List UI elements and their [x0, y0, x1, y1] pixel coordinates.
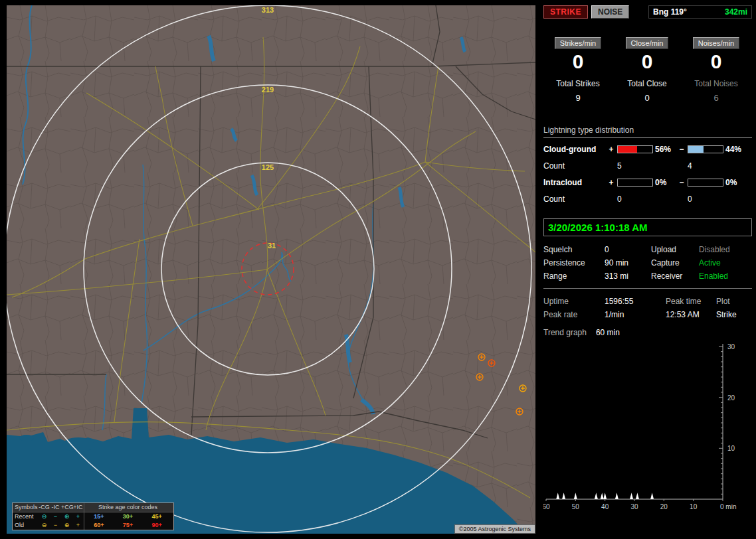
- trend-graph-canvas: 1020306050403020100 min: [543, 341, 749, 510]
- age-code-30: 30+: [123, 512, 133, 521]
- ring-label-31: 31: [268, 242, 276, 250]
- lightning-distribution: Lightning type distribution Cloud-ground…: [543, 125, 752, 208]
- map-legend: Symbols -CG -IC +CG +IC Strike age color…: [12, 502, 174, 530]
- peak-time-label: Peak time: [666, 295, 716, 308]
- svg-text:0 min: 0 min: [720, 503, 736, 510]
- ic-negative-bar: [688, 179, 723, 187]
- capture-status: Active: [699, 256, 751, 270]
- ic-positive-bar: [617, 179, 653, 187]
- strikes-counter: Strikes/min 0 Total Strikes 9: [543, 37, 613, 103]
- age-code-60: 60+: [94, 521, 104, 530]
- clock-readout: 3/20/2026 1:10:18 AM: [543, 218, 752, 236]
- trend-graph: 1020306050403020100 min: [543, 341, 752, 512]
- ring-label-219: 219: [262, 86, 274, 94]
- cg-count-label: Count: [543, 161, 607, 171]
- total-noises-label: Total Noises: [682, 79, 751, 88]
- svg-text:20: 20: [727, 394, 735, 401]
- cg-negative-pct: 44%: [725, 145, 748, 154]
- upload-status: Disabled: [699, 243, 751, 256]
- peak-rate-value: 1/min: [605, 308, 666, 321]
- cloud-ground-row: Cloud-ground + 56% − 44%: [543, 141, 752, 158]
- cg-pos-old-icon: ⊕: [61, 521, 72, 530]
- cg-negative-bar: [688, 145, 723, 153]
- cg-positive-pct: 56%: [655, 145, 678, 154]
- cg-negative-count: 4: [678, 161, 748, 171]
- legend-col-neg-ic: -IC: [50, 503, 61, 512]
- total-strikes-value: 9: [543, 93, 613, 103]
- cg-positive-count: 5: [607, 161, 678, 171]
- ic-negative-pct: 0%: [725, 178, 748, 187]
- svg-text:10: 10: [690, 503, 698, 510]
- legend-col-neg-cg: -CG: [39, 503, 50, 512]
- total-strikes-label: Total Strikes: [543, 79, 613, 88]
- noises-per-min-button[interactable]: Noises/min: [693, 37, 739, 49]
- ic-pos-recent-icon: +: [72, 512, 84, 521]
- plus-sign: +: [607, 145, 615, 154]
- age-code-15: 15+: [94, 512, 104, 521]
- upload-label: Upload: [651, 243, 699, 256]
- ic-positive-pct: 0%: [655, 178, 678, 187]
- settings-table: Squelch 0 Upload Disabled Persistence 90…: [543, 243, 752, 283]
- cg-neg-old-icon: ⊖: [39, 521, 50, 530]
- total-noises-value: 6: [682, 93, 751, 103]
- minus-sign: −: [678, 145, 686, 154]
- legend-col-pos-ic: +IC: [72, 503, 84, 512]
- ic-neg-recent-icon: −: [50, 512, 61, 521]
- intracloud-label: Intracloud: [543, 178, 607, 187]
- legend-recent-label: Recent: [15, 512, 39, 521]
- age-code-90: 90+: [152, 521, 162, 530]
- minus-sign: −: [678, 178, 686, 187]
- bearing-readout: Bng 119° 342mi: [648, 5, 752, 19]
- uptime-stats: Uptime 1596:55 Peak time Plot Peak rate …: [543, 295, 752, 321]
- distribution-header: Lightning type distribution: [543, 125, 752, 138]
- trend-graph-label: Trend graph: [543, 328, 587, 337]
- strikes-rate: 0: [543, 51, 613, 72]
- bearing-range-value: 342mi: [725, 7, 747, 17]
- legend-old-label: Old: [15, 521, 39, 530]
- persistence-value: 90 min: [605, 256, 651, 270]
- cloud-ground-label: Cloud-ground: [543, 145, 607, 154]
- close-rate: 0: [613, 51, 682, 72]
- status-panel: STRIKE NOISE Bng 119° 342mi Strikes/min …: [543, 5, 752, 512]
- ic-positive-count: 0: [607, 194, 678, 204]
- cg-positive-bar: [617, 145, 653, 153]
- total-close-label: Total Close: [613, 79, 682, 88]
- cg-neg-recent-icon: ⊖: [39, 512, 50, 521]
- strikes-per-min-button[interactable]: Strikes/min: [555, 37, 601, 49]
- bearing-value: Bng 119°: [653, 7, 687, 17]
- uptime-value: 1596:55: [605, 295, 666, 308]
- ic-negative-count: 0: [678, 194, 748, 204]
- close-per-min-button[interactable]: Close/min: [626, 37, 669, 49]
- capture-label: Capture: [651, 256, 699, 270]
- noises-counter: Noises/min 0 Total Noises 6: [682, 37, 751, 103]
- plus-sign: +: [607, 178, 615, 187]
- ic-pos-old-icon: +: [72, 521, 84, 530]
- svg-text:60: 60: [543, 503, 550, 510]
- persistence-label: Persistence: [543, 256, 605, 270]
- ic-count-row: Count 0 0: [543, 191, 752, 208]
- peak-rate-label: Peak rate: [543, 308, 605, 321]
- legend-header-row: Symbols -CG -IC +CG +IC Strike age color…: [13, 503, 173, 512]
- map-canvas: 313 219 125 31: [7, 5, 535, 534]
- legend-symbols-header: Symbols: [15, 503, 39, 512]
- rate-counters: Strikes/min 0 Total Strikes 9 Close/min …: [543, 37, 752, 103]
- range-label: Range: [543, 270, 605, 283]
- divider: [543, 288, 752, 289]
- strike-button[interactable]: STRIKE: [543, 5, 588, 19]
- noise-button[interactable]: NOISE: [591, 5, 629, 19]
- legend-age-header: Strike age color codes: [84, 503, 171, 512]
- range-value: 313 mi: [605, 270, 651, 283]
- trend-window-value: 60 min: [596, 328, 620, 337]
- cg-pos-recent-icon: ⊕: [61, 512, 72, 521]
- squelch-label: Squelch: [543, 243, 605, 256]
- ic-count-label: Count: [543, 194, 607, 204]
- svg-text:30: 30: [727, 343, 735, 350]
- ic-neg-old-icon: −: [50, 521, 61, 530]
- legend-recent-row: Recent ⊖ − ⊕ + 15+ 30+ 45+: [13, 512, 173, 521]
- legend-col-pos-cg: +CG: [61, 503, 72, 512]
- peak-time-value: 12:53 AM: [666, 308, 716, 321]
- plot-label: Plot: [716, 295, 751, 308]
- total-close-value: 0: [613, 93, 682, 103]
- receiver-status-value: Enabled: [699, 270, 751, 283]
- toolbar: STRIKE NOISE Bng 119° 342mi: [543, 5, 752, 19]
